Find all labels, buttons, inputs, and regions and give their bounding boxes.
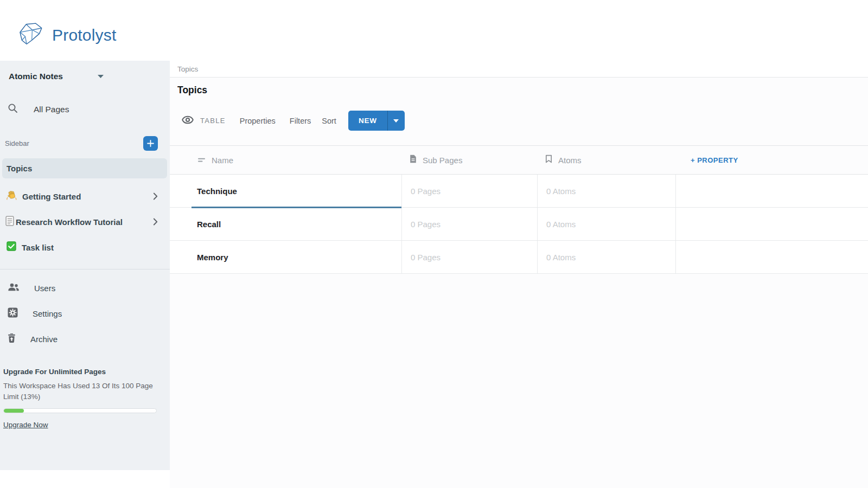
chevron-right-icon[interactable] bbox=[153, 192, 158, 200]
sidebar-item-label: Research Workflow Tutorial bbox=[16, 217, 123, 227]
upgrade-title: Upgrade For Unlimited Pages bbox=[3, 368, 158, 376]
sidebar-item-users[interactable]: Users bbox=[0, 281, 170, 295]
all-pages-search[interactable]: All Pages bbox=[0, 103, 170, 115]
view-toolbar: TABLE Properties Filters Sort NEW bbox=[182, 111, 868, 131]
archive-trash-icon bbox=[8, 333, 16, 345]
row-empty-cell[interactable] bbox=[675, 241, 868, 273]
sort-button[interactable]: Sort bbox=[322, 117, 336, 125]
row-atoms-cell[interactable]: 0 Atoms bbox=[537, 241, 675, 273]
app-header: Protolyst bbox=[0, 0, 868, 61]
page-title: Topics bbox=[170, 78, 868, 96]
table-row[interactable]: Technique 0 Pages 0 Atoms bbox=[170, 175, 868, 208]
waving-hand-icon bbox=[7, 190, 17, 203]
row-empty-cell[interactable] bbox=[675, 175, 868, 207]
sidebar-item-topics[interactable]: Topics bbox=[2, 158, 167, 178]
column-header-atoms[interactable]: Atoms bbox=[537, 155, 675, 165]
properties-button[interactable]: Properties bbox=[240, 117, 276, 125]
document-icon bbox=[5, 216, 14, 228]
view-switcher[interactable]: TABLE bbox=[182, 115, 226, 126]
column-header-sub-pages[interactable]: Sub Pages bbox=[401, 155, 537, 165]
sidebar-divider bbox=[0, 269, 170, 269]
sidebar-item-research-workflow-tutorial[interactable]: Research Workflow Tutorial bbox=[0, 214, 170, 229]
row-empty-cell[interactable] bbox=[675, 208, 868, 240]
sidebar-item-label: Task list bbox=[22, 243, 54, 252]
add-property-button[interactable]: + PROPERTY bbox=[675, 156, 868, 164]
row-sub-pages-cell[interactable]: 0 Pages bbox=[401, 175, 537, 207]
sidebar-item-task-list[interactable]: Task list bbox=[0, 240, 170, 255]
row-name: Technique bbox=[197, 187, 237, 196]
workspace-name: Atomic Notes bbox=[9, 72, 63, 81]
row-sub-pages-cell[interactable]: 0 Pages bbox=[401, 241, 537, 273]
view-label: TABLE bbox=[200, 117, 226, 125]
table-row[interactable]: Recall 0 Pages 0 Atoms bbox=[170, 208, 868, 241]
app-window: Protolyst Atomic Notes All Pages Sidebar… bbox=[0, 0, 868, 488]
filters-button[interactable]: Filters bbox=[290, 117, 311, 125]
breadcrumb[interactable]: Topics bbox=[177, 65, 198, 73]
upgrade-usage-text: This Workspace Has Used 13 Of Its 100 Pa… bbox=[3, 381, 158, 402]
upgrade-now-link[interactable]: Upgrade Now bbox=[3, 421, 48, 429]
bookmark-icon bbox=[545, 155, 552, 165]
nav-item-label: Archive bbox=[30, 335, 58, 344]
active-cell-underline bbox=[192, 207, 401, 208]
row-name: Memory bbox=[197, 253, 228, 262]
page-limit-progressbar bbox=[3, 408, 157, 413]
new-split-button[interactable]: NEW bbox=[348, 111, 405, 131]
row-name: Recall bbox=[197, 220, 221, 229]
column-label: Name bbox=[212, 156, 233, 165]
workspace-switcher[interactable]: Atomic Notes bbox=[0, 68, 170, 81]
eye-icon bbox=[182, 115, 194, 126]
column-label: Atoms bbox=[558, 156, 582, 165]
main-content: Topics TABLE Properties Filters Sort NEW bbox=[170, 78, 868, 488]
column-label: Sub Pages bbox=[423, 156, 462, 165]
all-pages-label: All Pages bbox=[34, 105, 69, 114]
row-name-cell[interactable]: Technique bbox=[170, 175, 401, 207]
sidebar-item-getting-started[interactable]: Getting Started bbox=[0, 189, 170, 204]
sidebar: Atomic Notes All Pages Sidebar Topics bbox=[0, 61, 170, 470]
sidebar-item-archive[interactable]: Archive bbox=[0, 332, 170, 346]
breadcrumb-bar: Topics bbox=[170, 61, 868, 78]
caret-down-icon bbox=[98, 75, 104, 78]
row-name-cell[interactable]: Memory bbox=[170, 241, 401, 273]
settings-icon bbox=[8, 307, 18, 320]
row-sub-pages-cell[interactable]: 0 Pages bbox=[401, 208, 537, 240]
users-icon bbox=[8, 283, 20, 293]
chevron-right-icon[interactable] bbox=[153, 218, 158, 226]
row-atoms-cell[interactable]: 0 Atoms bbox=[537, 208, 675, 240]
page-limit-progress-fill bbox=[4, 409, 24, 413]
topics-table: Name Sub Pages Atoms + PROPERTY bbox=[170, 145, 868, 274]
nav-item-label: Settings bbox=[33, 309, 62, 318]
sidebar-item-label: Getting Started bbox=[22, 192, 81, 201]
sidebar-section-header: Sidebar bbox=[0, 136, 170, 151]
protolyst-gem-icon bbox=[16, 21, 44, 50]
new-button[interactable]: NEW bbox=[348, 111, 387, 131]
page-icon bbox=[410, 155, 417, 165]
column-header-name[interactable]: Name bbox=[170, 155, 401, 165]
short-text-icon bbox=[198, 155, 206, 165]
brand-logo[interactable]: Protolyst bbox=[16, 21, 117, 50]
row-name-cell[interactable]: Recall bbox=[170, 208, 401, 240]
row-atoms-cell[interactable]: 0 Atoms bbox=[537, 175, 675, 207]
upgrade-panel: Upgrade For Unlimited Pages This Workspa… bbox=[0, 368, 170, 429]
checked-checkbox-icon bbox=[7, 241, 16, 253]
table-row[interactable]: Memory 0 Pages 0 Atoms bbox=[170, 241, 868, 274]
add-page-button[interactable] bbox=[143, 136, 158, 151]
nav-item-label: Users bbox=[34, 284, 55, 293]
sidebar-item-settings[interactable]: Settings bbox=[0, 306, 170, 320]
sidebar-section-label: Sidebar bbox=[5, 139, 29, 147]
table-header-row: Name Sub Pages Atoms + PROPERTY bbox=[170, 145, 868, 175]
brand-name: Protolyst bbox=[52, 26, 117, 44]
search-icon bbox=[8, 103, 18, 115]
new-dropdown-button[interactable] bbox=[388, 111, 405, 131]
